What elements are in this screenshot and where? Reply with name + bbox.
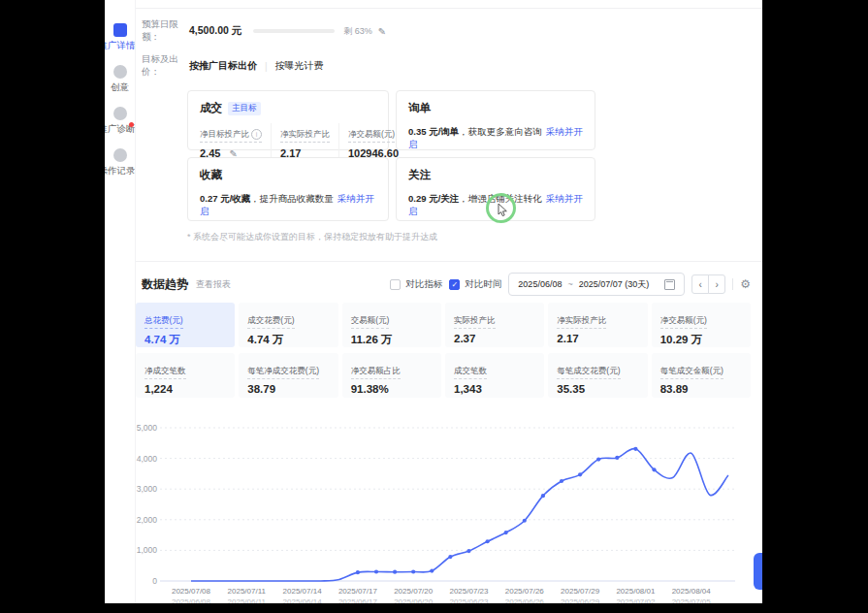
next-period-button[interactable]: ›	[708, 274, 725, 294]
metric-label: 每笔成交花费(元)	[557, 366, 620, 379]
goal-description: 0.27 元/收藏，提升商品收藏数量采纳并开启	[200, 192, 376, 217]
view-report-link[interactable]: 查看报表	[196, 278, 231, 291]
metric-card[interactable]: 总花费(元)4.74 万0.00	[136, 303, 235, 347]
goal-metrics: 净目标投产比i 2.45 ✎ 净实际投产比 2.17 净交易额(元) 10294…	[200, 123, 376, 159]
bidding-label: 目标及出价：	[142, 53, 189, 79]
screen: 推广详情创意推广诊断操作记录 预算日限额： 4,500.00 元 剩 63% ✎…	[0, 0, 868, 613]
metric-card[interactable]: 净成交笔数1,2240	[136, 353, 235, 398]
sidebar-item-label: 创意	[111, 81, 129, 94]
metric-label: 净成交笔数	[145, 366, 186, 379]
metric-label: 成交花费(元)	[247, 315, 294, 329]
tab-bid-by-impression[interactable]: 按曝光计费	[275, 59, 324, 73]
svg-text:2025/07/20: 2025/07/20	[394, 587, 434, 596]
trend-title: 数据趋势	[142, 276, 188, 293]
sidebar-item-2[interactable]: 创意	[105, 65, 135, 94]
goal-title: 成交	[200, 101, 222, 115]
alert-dot	[129, 122, 134, 127]
metric-label: 交易额(元)	[351, 315, 390, 329]
info-icon[interactable]: i	[251, 129, 262, 140]
metric-value: 2.17	[557, 333, 638, 344]
metric-card[interactable]: 每笔成交金额(元)83.890.00	[652, 353, 751, 398]
svg-text:2025/07/05: 2025/07/05	[672, 597, 712, 603]
budget-row: 预算日限额： 4,500.00 元 剩 63% ✎	[142, 18, 751, 44]
metric-value: 35.35	[557, 383, 638, 395]
metric-card-grid: 总花费(元)4.74 万0.00成交花费(元)4.74 万0.00交易额(元)1…	[136, 303, 751, 398]
metric-value: 2.37	[454, 333, 535, 344]
compare-time-label: 对比时间	[465, 278, 501, 291]
control-divider	[732, 278, 733, 290]
calendar-icon	[664, 279, 675, 290]
date-pager: ‹ ›	[691, 274, 725, 294]
compare-time-checkbox[interactable]: ✓	[449, 279, 460, 290]
trend-controls: 对比指标 ✓ 对比时间 2025/06/08 ~ 2025/07/07 (30天…	[390, 273, 751, 296]
svg-text:2025/08/04: 2025/08/04	[672, 587, 712, 596]
history-icon	[113, 148, 127, 162]
svg-text:2025/07/14: 2025/07/14	[283, 587, 323, 596]
metric-card[interactable]: 每笔成交花费(元)35.350.00	[548, 353, 647, 398]
svg-text:2025/07/23: 2025/07/23	[449, 587, 489, 596]
cursor-click-indicator	[486, 193, 516, 223]
mouse-cursor-icon	[498, 204, 509, 217]
metric-card[interactable]: 净交易额(元)10.29 万0.00	[652, 303, 751, 347]
edit-budget-icon[interactable]: ✎	[378, 26, 386, 37]
metric-label: 实际投产比	[454, 315, 496, 329]
metric-label: 净交易额占比	[351, 366, 401, 379]
svg-text:5,000: 5,000	[137, 423, 158, 433]
svg-text:2025/07/29: 2025/07/29	[561, 587, 600, 596]
sidebar-item-3[interactable]: 推广诊断	[105, 107, 135, 136]
svg-text:2025/07/08: 2025/07/08	[172, 587, 211, 596]
line-chart-svg: 01,0002,0003,0004,0005,0002025/07/082025…	[136, 419, 751, 603]
metric-label: 净交易额(元)	[660, 315, 707, 329]
svg-text:2025/07/17: 2025/07/17	[338, 587, 378, 596]
metric-card[interactable]: 实际投产比2.370.00	[445, 303, 544, 347]
gear-icon[interactable]: ⚙	[740, 277, 751, 291]
tab-divider: |	[265, 61, 268, 72]
goal-metric: 净交易额(元) 102946.60	[348, 123, 399, 159]
svg-text:2025/06/29: 2025/06/29	[561, 597, 600, 603]
svg-text:1,000: 1,000	[137, 545, 158, 555]
sidebar-item-1[interactable]: 推广详情	[105, 23, 135, 52]
goal-metric: 净目标投产比i 2.45 ✎	[200, 123, 272, 159]
date-range-picker[interactable]: 2025/06/08 ~ 2025/07/07 (30天)	[508, 273, 685, 296]
section-divider	[136, 261, 762, 262]
svg-text:2,000: 2,000	[137, 515, 158, 525]
svg-text:2025/06/11: 2025/06/11	[228, 597, 267, 603]
svg-text:2025/06/17: 2025/06/17	[338, 597, 378, 603]
goal-title: 询单	[408, 101, 583, 115]
sidebar-item-4[interactable]: 操作记录	[105, 148, 135, 177]
metric-card[interactable]: 净实际投产比2.170.00	[548, 303, 647, 347]
promo-detail-icon	[113, 23, 127, 37]
metric-card[interactable]: 交易额(元)11.26 万0.00	[342, 303, 441, 347]
metric-card[interactable]: 净交易额占比91.38%0.00%	[342, 353, 441, 398]
metric-card[interactable]: 每笔净成交花费(元)38.790.00	[239, 353, 338, 398]
budget-value: 4,500.00 元	[189, 24, 241, 38]
idea-icon	[113, 65, 127, 79]
svg-text:0: 0	[152, 576, 157, 586]
date-separator: ~	[567, 279, 572, 289]
goal-metric-label: 净实际投产比	[280, 129, 330, 143]
metric-value: 1,224	[145, 383, 226, 395]
goal-card-title-row: 成交 主目标	[200, 101, 376, 115]
metric-value: 4.74 万	[247, 333, 329, 347]
goal-metric-label: 净目标投产比i	[200, 129, 262, 143]
metric-label: 每笔净成交花费(元)	[247, 366, 319, 379]
metric-label: 净实际投产比	[557, 315, 606, 329]
svg-text:2025/06/20: 2025/06/20	[394, 597, 434, 603]
metric-value: 38.79	[247, 383, 329, 395]
compare-metric-checkbox[interactable]	[390, 279, 401, 290]
floating-side-button[interactable]	[754, 553, 762, 590]
svg-text:2025/06/26: 2025/06/26	[505, 597, 545, 603]
main-panel: 推广详情创意推广诊断操作记录 预算日限额： 4,500.00 元 剩 63% ✎…	[105, 0, 762, 603]
metric-card[interactable]: 成交笔数1,3430	[445, 353, 544, 398]
prev-period-button[interactable]: ‹	[691, 274, 709, 294]
tab-bid-by-goal[interactable]: 按推广目标出价	[189, 59, 257, 73]
compare-metric-label: 对比指标	[405, 278, 442, 291]
metric-label: 成交笔数	[454, 366, 487, 379]
metric-card[interactable]: 成交花费(元)4.74 万0.00	[239, 303, 338, 347]
goal-cards: 成交 主目标 净目标投产比i 2.45 ✎ 净实际投产比 2.17	[187, 90, 751, 221]
budget-progress-bar	[253, 29, 335, 33]
svg-text:2025/06/08: 2025/06/08	[172, 597, 211, 603]
svg-text:2025/08/01: 2025/08/01	[616, 587, 656, 596]
metric-value: 4.74 万	[145, 333, 226, 347]
metric-value: 91.38%	[351, 383, 433, 395]
